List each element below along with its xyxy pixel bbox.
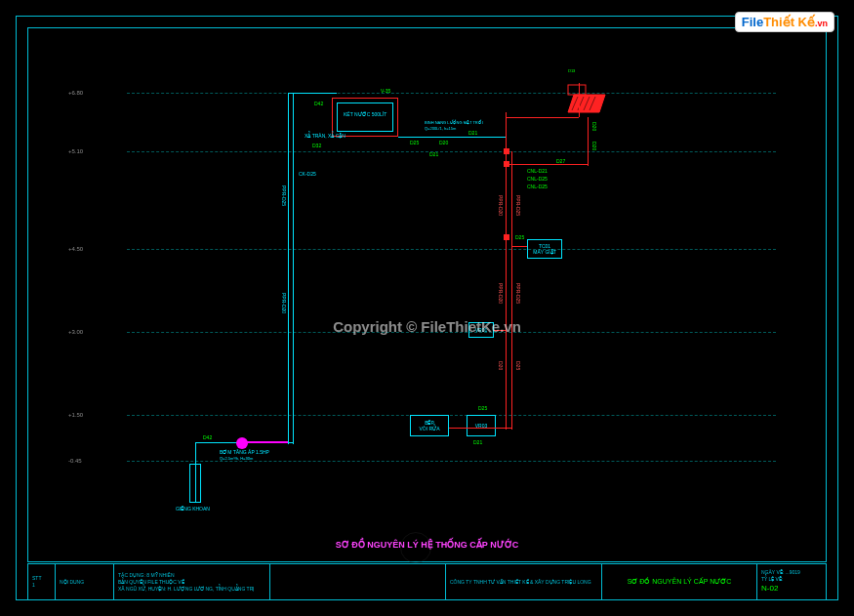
tb-design [270,564,446,599]
tc01-d: D25 [515,234,524,240]
tb-content: NỘI DUNG [56,564,114,599]
pipe-hot-main [506,137,507,430]
fixture-vr03: VR03 [467,415,496,436]
tb-sheet-title: SƠ ĐỒ NGUYÊN LÝ CẤP NƯỚC [602,564,757,599]
tb-proj-3: XÃ NGŨ XỬ, HUYỆN: H. LƯỢNG LƯƠNG, TỈNH Q… [118,586,265,593]
level-label: +3.00 [68,329,83,335]
pipe-hot-t [506,112,507,137]
pipe-d21-b: D21 [429,151,438,157]
level-line [127,332,776,333]
tb-sheet-title-text: SƠ ĐỒ NGUYÊN LÝ CẤP NƯỚC [606,578,752,586]
pump-label: BƠM TĂNG ÁP 1.5HP [220,449,269,455]
pipe-d20-h: D20 [439,140,448,145]
pipe-d25-h: D25 [410,140,419,145]
cnl-d21: CNL-D21 [527,168,548,174]
tb-project: TÁC DỤNG: 8 MỸ NHIÊN BẢN QUYỀN FILE THUỘ… [114,564,270,599]
bottom-d21: D21 [473,439,482,445]
logo-prefix: File [742,15,763,29]
pipe-d32: D32 [312,143,321,148]
heater-label: BÌNH NĂNG LƯỢNG MẶT TRỜI [425,120,483,125]
pipe-hot-branch1v [588,117,589,166]
heater-spec: Q=200L/1, h=15m [425,126,456,131]
vr01-label: VR01 [475,327,488,333]
pipe-hot-top [506,117,579,118]
watermark-logo: FileThiết Kế.vn [735,12,834,32]
level-line [127,93,776,94]
valve-icon [504,148,509,154]
tank-inner [337,103,393,132]
fixture-bep: BẾP VÒI RỬA [410,415,449,436]
pipe-hot-branch1 [509,164,588,165]
pipe-hot-heater-v [579,83,580,117]
may-giat-label: MÁY GIẶT [533,249,555,255]
title-block: STT 1 NỘI DUNG TÁC DỤNG: 8 MỸ NHIÊN BẢN … [27,563,827,600]
solar-heater-icon [566,83,609,114]
pipe-label-ck25: CK-D25 [299,171,316,177]
cnl-d25-2: CNL-D25 [527,184,548,189]
water-tank [332,98,398,137]
valve-icon [504,161,509,167]
level-label: +5.10 [68,148,83,154]
tb-stt: STT [32,575,51,582]
vr03-d: D25 [478,405,487,411]
pipe-d42: D42 [314,101,323,106]
level-line [127,415,776,416]
level-label: +1.50 [68,412,83,418]
tb-proj-2: BẢN QUYỀN FILE THUỘC VỀ [118,579,265,586]
pipe-hot-d25-2: PPR-D25 [515,283,521,304]
well-label: GIẾNG KHOAN [176,506,210,512]
svg-rect-0 [568,85,586,95]
fixture-vr01: VR01 [468,322,494,338]
level-line [127,151,776,152]
level-line [127,249,776,250]
pipe-label-ppr25: PPR-D25 [281,185,287,206]
pipe-top-h [288,93,337,94]
pipe-hot-main-2 [511,151,512,430]
pipe-hot-d20-3: D20 [498,361,504,370]
pipe-bottom-h [449,428,511,429]
pump-d42: D42 [203,434,212,440]
pipe-hot-d25-3: D25 [515,361,521,370]
tb-proj-1: TÁC DỤNG: 8 MỸ NHIÊN [118,572,265,579]
pipe-pump [242,441,288,443]
heater-d-label: D13 [568,68,575,73]
tb-content-label: NỘI DUNG [60,579,109,586]
pipe-label-ppr20: PPR-D20 [281,293,287,313]
fixture-tc01: TC01MÁY GIẶT [527,239,562,259]
pump-icon [236,437,248,449]
pipe-d20-v2: D20 [591,142,597,150]
pipe-d20-v1: D20 [591,122,597,131]
tb-sheet-number: N-02 [761,583,822,594]
tb-company: CÔNG TY TNHH TƯ VẤN THIẾT KẾ & XÂY DỰNG … [446,564,602,599]
valve-icon [504,234,509,240]
pipe-cold-main [293,93,294,444]
valve-label: V-35 [381,88,390,94]
pipe-to-vr01 [494,330,506,331]
level-label: +4.50 [68,246,83,252]
drain-label: XẢ TRÀN, XẢ CẶN [305,133,346,139]
pipe-hot-d25: PPR-D25 [515,195,521,216]
tank-label: KÉT NƯỚC 500LÍT [344,111,386,117]
pipe-d27: D27 [556,158,565,164]
cnl-d25: CNL-D25 [527,176,548,182]
well-icon [189,464,201,503]
pipe-d21-h: D21 [468,130,477,136]
pipe-tank-out [398,137,506,138]
bep-label: BẾP VÒI RỬA [420,420,440,431]
pipe-cold-main-2 [288,93,289,444]
stamp-icon [400,532,431,563]
pump-spec: Q=2.5m³/h, H=30m [220,456,253,461]
pipe-hot-d20-2: PPR-D20 [498,283,504,304]
drawing-area: +6.80 +5.10 +4.50 +3.00 +1.50 -0.45 KÉT … [49,39,805,538]
level-line [127,461,776,462]
level-label: -0.45 [68,458,82,464]
logo-mid: Thiết Kế [763,15,815,29]
tb-sheet-no: NGÀY VẼ: ...9019 TỶ LỆ VẼ: N-02 [757,564,826,599]
tb-scale: TỶ LỆ VẼ: [761,576,822,583]
pipe-to-tc01 [511,246,527,247]
pipe-hot-d20: PPR-D20 [498,195,504,216]
tb-company-name: CÔNG TY TNHH TƯ VẤN THIẾT KẾ & XÂY DỰNG … [450,579,597,586]
tb-index: STT 1 [28,564,56,599]
logo-suffix: .vn [815,19,828,28]
level-label: +6.80 [68,90,83,96]
